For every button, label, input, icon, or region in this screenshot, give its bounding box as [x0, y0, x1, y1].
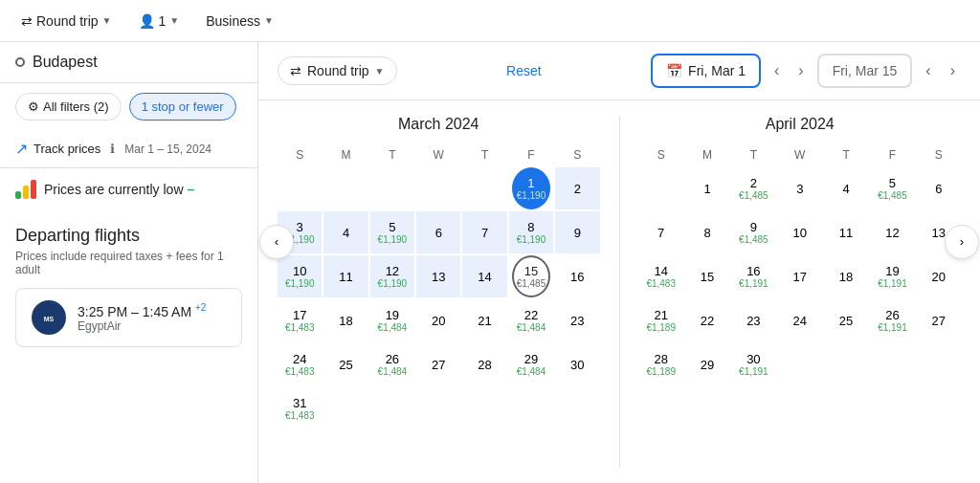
start-date-next-button[interactable]: › — [792, 58, 809, 83]
day-number: 17 — [793, 271, 807, 283]
day-cell[interactable]: 7 — [462, 211, 506, 253]
day-cell[interactable]: 28€1,189 — [639, 343, 683, 385]
day-cell[interactable]: 23 — [555, 299, 599, 341]
day-cell[interactable]: 26€1,191 — [870, 299, 914, 341]
reset-button[interactable]: Reset — [506, 63, 542, 78]
day-number: 13 — [932, 227, 946, 239]
cabin-button[interactable]: Business ▼ — [196, 8, 283, 34]
flight-time-suffix: +2 — [195, 302, 206, 313]
day-number: 7 — [657, 227, 664, 239]
day-cell[interactable]: 22 — [685, 299, 729, 341]
day-cell[interactable]: 5€1,190 — [370, 211, 414, 253]
day-cell[interactable]: 4 — [323, 211, 368, 253]
day-cell[interactable]: 5€1,485 — [870, 167, 914, 209]
search-input[interactable] — [33, 54, 242, 71]
day-cell[interactable]: 23 — [731, 299, 775, 341]
day-cell[interactable]: 6 — [917, 167, 961, 209]
day-number: 25 — [339, 359, 352, 371]
day-cell[interactable]: 17 — [778, 255, 822, 297]
day-cell[interactable]: 4 — [824, 167, 868, 209]
day-cell[interactable]: 6 — [416, 211, 460, 253]
passengers-button[interactable]: 👤 1 ▼ — [129, 8, 189, 34]
prices-low-banner: Prices are currently low – — [0, 167, 257, 210]
day-number: 21 — [478, 315, 491, 327]
day-cell[interactable]: 26€1,484 — [370, 343, 414, 385]
day-cell[interactable]: 29€1,484 — [509, 343, 553, 385]
day-cell[interactable]: 30 — [555, 343, 599, 385]
day-price: €1,484 — [378, 323, 408, 333]
day-cell[interactable]: 10 — [778, 211, 822, 253]
start-cal-icon: 📅 — [666, 63, 682, 78]
day-cell[interactable]: 1 — [685, 167, 729, 209]
day-cell[interactable]: 14€1,483 — [639, 255, 683, 297]
end-date-button[interactable]: Fri, Mar 15 — [817, 54, 913, 88]
day-cell[interactable]: 14 — [462, 255, 506, 297]
day-cell[interactable]: 2 — [555, 167, 599, 209]
day-cell[interactable]: 15 — [685, 255, 729, 297]
start-date-button[interactable]: 📅 Fri, Mar 1 — [651, 54, 761, 88]
prices-bar-chart — [15, 180, 36, 199]
day-cell — [416, 167, 460, 209]
day-cell[interactable]: 18 — [824, 255, 868, 297]
start-date-prev-button[interactable]: ‹ — [768, 58, 785, 83]
day-number: 15 — [524, 265, 538, 277]
svg-text:MS: MS — [44, 316, 55, 322]
month-title: April 2024 — [639, 116, 962, 133]
day-cell[interactable]: 25 — [824, 299, 868, 341]
calendar-next-button[interactable]: › — [945, 225, 979, 259]
day-cell[interactable]: 10€1,190 — [278, 255, 322, 297]
day-cell[interactable]: 30€1,191 — [731, 343, 775, 385]
day-cell[interactable]: 3 — [778, 167, 822, 209]
day-cell[interactable]: 13 — [416, 255, 460, 297]
day-cell[interactable]: 15€1,485 — [512, 255, 550, 297]
day-cell[interactable]: 25 — [323, 343, 368, 385]
day-cell[interactable]: 29 — [685, 343, 729, 385]
flight-card[interactable]: MS 3:25 PM – 1:45 AM +2 EgyptAir — [15, 288, 242, 347]
day-cell[interactable]: 9 — [555, 211, 599, 253]
day-cell[interactable]: 17€1,483 — [278, 299, 322, 341]
end-date-prev-button[interactable]: ‹ — [920, 58, 936, 83]
day-cell[interactable]: 11 — [824, 211, 868, 253]
day-cell[interactable]: 2€1,485 — [731, 167, 775, 209]
day-cell[interactable]: 20 — [416, 299, 460, 341]
day-cell[interactable]: 16€1,191 — [731, 255, 775, 297]
day-cell[interactable]: 8€1,190 — [509, 211, 553, 253]
day-cell[interactable]: 27 — [917, 299, 961, 341]
day-price: €1,191 — [878, 323, 907, 333]
day-cell — [462, 167, 506, 209]
day-cell[interactable]: 22€1,484 — [509, 299, 553, 341]
day-cell[interactable]: 21€1,189 — [639, 299, 683, 341]
start-date-label: Fri, Mar 1 — [688, 63, 746, 78]
stop-filter-label: 1 stop or fewer — [142, 99, 224, 114]
all-filters-button[interactable]: ⚙ All filters (2) — [15, 93, 122, 121]
day-cell[interactable]: 24 — [778, 299, 822, 341]
trend-icon: ↗ — [15, 140, 28, 158]
day-number: 28 — [654, 353, 667, 365]
day-cell[interactable]: 21 — [462, 299, 506, 341]
day-cell[interactable]: 19€1,484 — [370, 299, 414, 341]
day-cell[interactable]: 1€1,190 — [512, 167, 550, 209]
calendar-prev-button[interactable]: ‹ — [259, 225, 294, 259]
day-price: €1,190 — [517, 191, 546, 201]
day-number: 3 — [297, 221, 303, 233]
day-cell[interactable]: 27 — [416, 343, 460, 385]
day-cell[interactable]: 19€1,191 — [870, 255, 914, 297]
trip-type-button[interactable]: ⇄ Round trip ▼ — [11, 8, 122, 34]
day-cell[interactable]: 24€1,483 — [278, 343, 322, 385]
day-cell[interactable]: 7 — [639, 211, 683, 253]
day-cell[interactable]: 12€1,190 — [370, 255, 414, 297]
day-cell[interactable]: 12 — [870, 211, 914, 253]
day-cell[interactable]: 9€1,485 — [731, 211, 775, 253]
day-cell[interactable]: 31€1,483 — [278, 387, 322, 429]
stop-filter-button[interactable]: 1 stop or fewer — [129, 93, 236, 121]
day-cell[interactable]: 8 — [685, 211, 729, 253]
day-cell — [416, 387, 460, 429]
end-date-next-button[interactable]: › — [945, 58, 961, 83]
day-cell[interactable]: 20 — [917, 255, 961, 297]
day-cell[interactable]: 11 — [323, 255, 368, 297]
departing-section: Departing flights Prices include require… — [0, 210, 257, 362]
day-cell[interactable]: 28 — [462, 343, 506, 385]
day-cell[interactable]: 16 — [555, 255, 599, 297]
cal-trip-type-button[interactable]: ⇄ Round trip ▼ — [278, 56, 397, 85]
day-cell[interactable]: 18 — [323, 299, 368, 341]
